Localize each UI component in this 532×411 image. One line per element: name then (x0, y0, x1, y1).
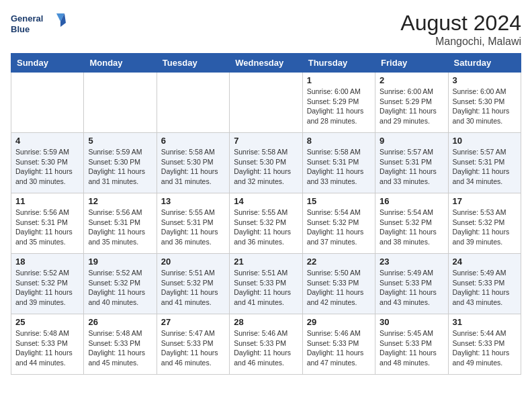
day-number: 13 (161, 196, 225, 206)
day-number: 31 (453, 317, 517, 327)
calendar-cell (230, 73, 302, 133)
calendar-cell: 25Sunrise: 5:48 AM Sunset: 5:33 PM Dayli… (11, 314, 84, 375)
day-number: 28 (234, 317, 298, 327)
header-wednesday: Wednesday (230, 54, 302, 73)
day-number: 27 (161, 317, 225, 327)
calendar-cell: 3Sunrise: 6:00 AM Sunset: 5:30 PM Daylig… (448, 73, 521, 133)
day-info: Sunrise: 5:58 AM Sunset: 5:30 PM Dayligh… (234, 147, 298, 187)
day-info: Sunrise: 5:58 AM Sunset: 5:31 PM Dayligh… (307, 147, 371, 187)
day-info: Sunrise: 5:47 AM Sunset: 5:33 PM Dayligh… (161, 328, 225, 368)
day-number: 19 (88, 257, 152, 267)
calendar-cell: 16Sunrise: 5:54 AM Sunset: 5:32 PM Dayli… (375, 193, 448, 254)
day-number: 12 (88, 196, 152, 206)
day-info: Sunrise: 5:55 AM Sunset: 5:32 PM Dayligh… (234, 208, 298, 247)
day-info: Sunrise: 5:54 AM Sunset: 5:32 PM Dayligh… (380, 208, 443, 247)
calendar-cell: 17Sunrise: 5:53 AM Sunset: 5:32 PM Dayli… (448, 193, 521, 254)
day-info: Sunrise: 5:51 AM Sunset: 5:32 PM Dayligh… (161, 268, 225, 308)
calendar-cell: 10Sunrise: 5:57 AM Sunset: 5:31 PM Dayli… (448, 133, 521, 193)
calendar-cell: 7Sunrise: 5:58 AM Sunset: 5:30 PM Daylig… (230, 133, 302, 193)
day-number: 24 (453, 257, 517, 267)
day-info: Sunrise: 5:56 AM Sunset: 5:31 PM Dayligh… (88, 208, 152, 247)
day-number: 1 (307, 75, 371, 85)
calendar-cell: 31Sunrise: 5:44 AM Sunset: 5:33 PM Dayli… (448, 314, 521, 375)
logo-svg: General Blue (11, 11, 71, 38)
day-number: 15 (307, 196, 371, 206)
day-info: Sunrise: 5:46 AM Sunset: 5:33 PM Dayligh… (234, 328, 298, 368)
calendar-cell: 8Sunrise: 5:58 AM Sunset: 5:31 PM Daylig… (302, 133, 375, 193)
day-info: Sunrise: 5:52 AM Sunset: 5:32 PM Dayligh… (88, 268, 152, 308)
header-tuesday: Tuesday (157, 54, 229, 73)
calendar-title: August 2024 (400, 11, 521, 36)
header-monday: Monday (84, 54, 157, 73)
calendar-cell: 22Sunrise: 5:50 AM Sunset: 5:33 PM Dayli… (302, 254, 375, 314)
header-sunday: Sunday (11, 54, 84, 73)
day-number: 21 (234, 257, 298, 267)
header-saturday: Saturday (448, 54, 521, 73)
day-info: Sunrise: 6:00 AM Sunset: 5:29 PM Dayligh… (307, 87, 371, 126)
day-info: Sunrise: 5:48 AM Sunset: 5:33 PM Dayligh… (88, 328, 152, 368)
calendar-cell: 15Sunrise: 5:54 AM Sunset: 5:32 PM Dayli… (302, 193, 375, 254)
calendar-week-2: 4Sunrise: 5:59 AM Sunset: 5:30 PM Daylig… (11, 133, 521, 193)
calendar-cell: 4Sunrise: 5:59 AM Sunset: 5:30 PM Daylig… (11, 133, 84, 193)
day-number: 29 (307, 317, 371, 327)
calendar-cell: 20Sunrise: 5:51 AM Sunset: 5:32 PM Dayli… (157, 254, 229, 314)
calendar-header-row: SundayMondayTuesdayWednesdayThursdayFrid… (11, 54, 521, 73)
day-number: 25 (15, 317, 79, 327)
day-number: 23 (380, 257, 443, 267)
calendar-cell: 19Sunrise: 5:52 AM Sunset: 5:32 PM Dayli… (84, 254, 157, 314)
day-info: Sunrise: 5:46 AM Sunset: 5:33 PM Dayligh… (307, 328, 371, 368)
page-header: General Blue August 2024 Mangochi, Malaw… (11, 11, 521, 48)
calendar-cell (157, 73, 229, 133)
day-info: Sunrise: 5:58 AM Sunset: 5:30 PM Dayligh… (161, 147, 225, 187)
day-number: 26 (88, 317, 152, 327)
calendar-cell: 11Sunrise: 5:56 AM Sunset: 5:31 PM Dayli… (11, 193, 84, 254)
day-number: 9 (380, 136, 443, 146)
day-number: 10 (453, 136, 517, 146)
calendar-week-1: 1Sunrise: 6:00 AM Sunset: 5:29 PM Daylig… (11, 73, 521, 133)
day-info: Sunrise: 5:44 AM Sunset: 5:33 PM Dayligh… (453, 328, 517, 368)
day-number: 6 (161, 136, 225, 146)
calendar-cell: 29Sunrise: 5:46 AM Sunset: 5:33 PM Dayli… (302, 314, 375, 375)
day-info: Sunrise: 5:56 AM Sunset: 5:31 PM Dayligh… (15, 208, 79, 247)
header-friday: Friday (375, 54, 448, 73)
calendar-week-5: 25Sunrise: 5:48 AM Sunset: 5:33 PM Dayli… (11, 314, 521, 375)
title-block: August 2024 Mangochi, Malawi (400, 11, 521, 48)
calendar-cell: 6Sunrise: 5:58 AM Sunset: 5:30 PM Daylig… (157, 133, 229, 193)
calendar-cell: 18Sunrise: 5:52 AM Sunset: 5:32 PM Dayli… (11, 254, 84, 314)
day-number: 5 (88, 136, 152, 146)
calendar-subtitle: Mangochi, Malawi (400, 36, 521, 48)
calendar-cell: 2Sunrise: 6:00 AM Sunset: 5:29 PM Daylig… (375, 73, 448, 133)
day-info: Sunrise: 5:59 AM Sunset: 5:30 PM Dayligh… (15, 147, 79, 187)
day-number: 30 (380, 317, 443, 327)
day-info: Sunrise: 6:00 AM Sunset: 5:29 PM Dayligh… (380, 87, 443, 126)
calendar-cell: 27Sunrise: 5:47 AM Sunset: 5:33 PM Dayli… (157, 314, 229, 375)
day-info: Sunrise: 5:59 AM Sunset: 5:30 PM Dayligh… (88, 147, 152, 187)
calendar-cell (84, 73, 157, 133)
calendar-cell: 30Sunrise: 5:45 AM Sunset: 5:33 PM Dayli… (375, 314, 448, 375)
day-number: 7 (234, 136, 298, 146)
day-info: Sunrise: 5:45 AM Sunset: 5:33 PM Dayligh… (380, 328, 443, 368)
day-info: Sunrise: 5:50 AM Sunset: 5:33 PM Dayligh… (307, 268, 371, 308)
header-thursday: Thursday (302, 54, 375, 73)
day-info: Sunrise: 5:49 AM Sunset: 5:33 PM Dayligh… (380, 268, 443, 308)
day-info: Sunrise: 5:54 AM Sunset: 5:32 PM Dayligh… (307, 208, 371, 247)
calendar-week-4: 18Sunrise: 5:52 AM Sunset: 5:32 PM Dayli… (11, 254, 521, 314)
calendar-table: SundayMondayTuesdayWednesdayThursdayFrid… (11, 53, 521, 375)
calendar-cell: 23Sunrise: 5:49 AM Sunset: 5:33 PM Dayli… (375, 254, 448, 314)
day-number: 16 (380, 196, 443, 206)
day-info: Sunrise: 5:57 AM Sunset: 5:31 PM Dayligh… (453, 147, 517, 187)
calendar-cell: 12Sunrise: 5:56 AM Sunset: 5:31 PM Dayli… (84, 193, 157, 254)
calendar-cell: 26Sunrise: 5:48 AM Sunset: 5:33 PM Dayli… (84, 314, 157, 375)
day-number: 22 (307, 257, 371, 267)
calendar-cell: 24Sunrise: 5:49 AM Sunset: 5:33 PM Dayli… (448, 254, 521, 314)
logo: General Blue (11, 11, 71, 38)
calendar-cell: 5Sunrise: 5:59 AM Sunset: 5:30 PM Daylig… (84, 133, 157, 193)
day-number: 18 (15, 257, 79, 267)
svg-text:Blue: Blue (11, 24, 30, 34)
day-number: 20 (161, 257, 225, 267)
day-info: Sunrise: 5:49 AM Sunset: 5:33 PM Dayligh… (453, 268, 517, 308)
calendar-week-3: 11Sunrise: 5:56 AM Sunset: 5:31 PM Dayli… (11, 193, 521, 254)
calendar-cell: 1Sunrise: 6:00 AM Sunset: 5:29 PM Daylig… (302, 73, 375, 133)
calendar-cell: 28Sunrise: 5:46 AM Sunset: 5:33 PM Dayli… (230, 314, 302, 375)
calendar-cell: 13Sunrise: 5:55 AM Sunset: 5:31 PM Dayli… (157, 193, 229, 254)
